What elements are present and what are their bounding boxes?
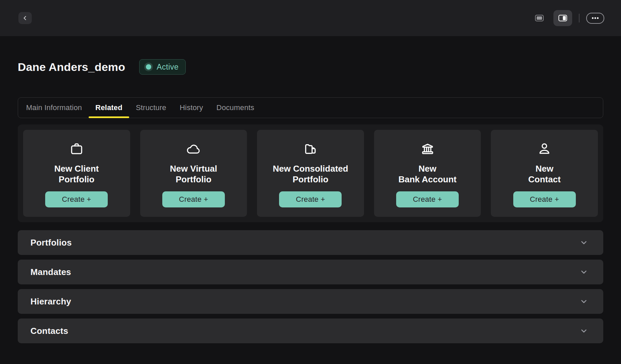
section-portfolios[interactable]: Portfolios (18, 230, 603, 255)
card-new-client-portfolio: New Client Portfolio Create + (23, 130, 130, 217)
create-bank-account-button[interactable]: Create + (396, 191, 459, 207)
section-hierarchy[interactable]: Hierarchy (18, 289, 603, 314)
create-contact-button[interactable]: Create + (513, 191, 576, 207)
folder-copy-icon (303, 141, 318, 157)
status-label: Active (157, 63, 179, 72)
card-title: New Bank Account (398, 163, 457, 185)
chevron-down-icon[interactable] (579, 267, 589, 277)
layout-split-button[interactable] (553, 10, 572, 26)
card-title: New Consolidated Portfolio (273, 163, 348, 185)
layout-full-icon (533, 13, 546, 23)
card-new-contact: New Contact Create + (491, 130, 598, 217)
back-button[interactable] (18, 12, 32, 24)
card-title: New Client Portfolio (54, 163, 99, 185)
chevron-left-icon (21, 14, 29, 22)
more-options-button[interactable] (586, 13, 604, 24)
tabbar: Main Information Related Structure Histo… (18, 97, 603, 118)
section-label: Hierarchy (30, 296, 71, 307)
tab-structure[interactable]: Structure (129, 98, 173, 118)
create-client-portfolio-button[interactable]: Create + (45, 191, 108, 207)
card-new-consolidated-portfolio: New Consolidated Portfolio Create + (257, 130, 364, 217)
chevron-down-icon[interactable] (579, 326, 589, 336)
bank-icon (420, 141, 435, 157)
sections-list: Portfolios Mandates Hierarchy Contacts (18, 230, 603, 343)
card-new-bank-account: New Bank Account Create + (374, 130, 481, 217)
section-contacts[interactable]: Contacts (18, 318, 603, 343)
section-mandates[interactable]: Mandates (18, 260, 603, 284)
card-new-virtual-portfolio: New Virtual Portfolio Create + (140, 130, 247, 217)
cloud-icon (186, 141, 201, 157)
create-cards-panel: New Client Portfolio Create + New Virtua… (18, 124, 603, 222)
section-label: Portfolios (30, 238, 72, 248)
tab-main-information[interactable]: Main Information (19, 98, 89, 118)
chevron-down-icon[interactable] (579, 238, 589, 247)
status-dot-icon (144, 63, 153, 71)
create-virtual-portfolio-button[interactable]: Create + (162, 191, 225, 207)
title-row: Dane Anders_demo Active (18, 58, 603, 76)
person-icon (537, 141, 552, 157)
divider (579, 14, 580, 22)
create-consolidated-portfolio-button[interactable]: Create + (279, 191, 342, 207)
page-title: Dane Anders_demo (18, 61, 125, 74)
card-title: New Virtual Portfolio (170, 163, 217, 185)
chevron-down-icon[interactable] (579, 297, 589, 306)
tab-history[interactable]: History (173, 98, 210, 118)
tab-documents[interactable]: Documents (210, 98, 261, 118)
topbar-controls (530, 10, 604, 26)
layout-full-button[interactable] (530, 10, 549, 26)
section-label: Contacts (30, 326, 68, 336)
briefcase-icon (69, 141, 84, 157)
card-title: New Contact (528, 163, 561, 185)
layout-split-icon (556, 13, 569, 23)
status-badge: Active (139, 59, 186, 75)
tab-related[interactable]: Related (89, 98, 129, 118)
topbar (0, 0, 621, 36)
section-label: Mandates (30, 267, 71, 277)
ellipsis-icon (590, 15, 600, 21)
main-content: Dane Anders_demo Active Main Information… (0, 58, 621, 343)
